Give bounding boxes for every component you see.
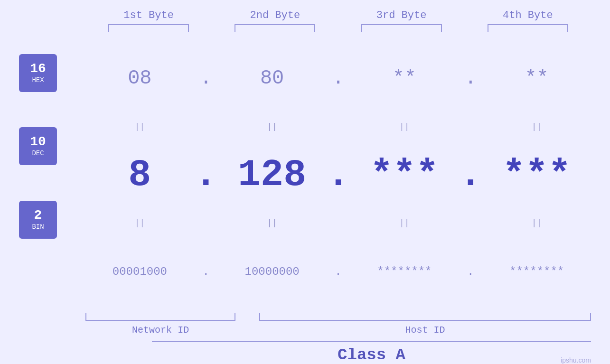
network-id-label: Network ID [85,325,235,336]
bottom-brackets [85,313,591,321]
bracket-cell-3 [338,24,465,32]
bin-badge: 2 BIN [19,201,57,239]
dec-b4: *** [482,153,591,196]
bottom-line [152,341,591,342]
byte3-header: 3rd Byte [338,9,465,21]
hex-row: 08 . 80 . ** . ** [85,37,591,120]
sep1-b2: || [218,122,327,131]
dec-b3: *** [350,153,459,196]
hex-b2: 80 [218,67,327,90]
bin-row: 00001000 . 10000000 . ******** . *******… [85,230,591,313]
bin-dot3: . [459,265,482,278]
bin-dot2: . [327,265,350,278]
bracket-cell-1 [85,24,212,32]
sep-row-1: || || || || [85,120,591,133]
dec-number: 10 [30,135,46,149]
hex-b1: 08 [85,67,194,90]
top-bracket-3 [361,24,442,32]
dec-badge: 10 DEC [19,127,57,165]
hex-b3: ** [350,67,459,90]
dec-label: DEC [32,149,44,157]
bin-dot1: . [194,265,218,278]
dec-dot2: . [327,153,350,196]
bracket-gap [235,313,259,321]
dec-dot3: . [459,153,482,196]
top-bracket-row [19,24,591,32]
watermark: ipshu.com [561,356,591,364]
byte1-header: 1st Byte [85,9,212,21]
sep1-b3: || [350,122,459,131]
byte-headers: 1st Byte 2nd Byte 3rd Byte 4th Byte [19,9,591,21]
bracket-cell-4 [465,24,591,32]
bin-number: 2 [34,209,42,222]
hex-label: HEX [32,76,44,84]
class-row: Class A ipshu.com [85,346,591,364]
sep2-b2: || [218,218,327,228]
id-gap [235,325,259,336]
sep-row-2: || || || || [85,216,591,230]
bottom-section: Network ID Host ID Class A ipshu.com [19,313,591,364]
rows-area: 08 . 80 . ** . ** || || || || 8 . [85,37,591,313]
sep1-b1: || [85,122,194,131]
bin-b4: ******** [482,265,591,278]
main-container: 1st Byte 2nd Byte 3rd Byte 4th Byte 16 H… [0,0,610,364]
network-bracket [85,313,235,321]
bin-label: BIN [32,223,44,231]
bottom-line-row [85,341,591,342]
bin-b1: 00001000 [85,265,194,278]
dec-b2: 128 [218,153,327,196]
dec-b1: 8 [85,153,194,196]
hex-b4: ** [482,67,591,90]
sep2-b1: || [85,218,194,228]
byte2-header: 2nd Byte [212,9,338,21]
bin-b3: ******** [350,265,459,278]
top-bracket-4 [488,24,568,32]
bin-b2: 10000000 [218,265,327,278]
dec-dot1: . [194,153,218,196]
hex-number: 16 [30,62,46,75]
id-labels: Network ID Host ID [85,325,591,336]
sep2-b3: || [350,218,459,228]
sep1-b4: || [482,122,591,131]
dec-row: 8 . 128 . *** . *** [85,133,591,217]
host-id-label: Host ID [259,325,591,336]
hex-dot1: . [194,67,218,90]
top-bracket-1 [108,24,189,32]
bracket-cell-2 [212,24,338,32]
hex-dot3: . [459,67,482,90]
sep2-b4: || [482,218,591,228]
hex-dot2: . [327,67,350,90]
base-labels: 16 HEX 10 DEC 2 BIN [19,37,85,313]
byte4-header: 4th Byte [465,9,591,21]
host-bracket [259,313,591,321]
top-bracket-2 [235,24,315,32]
content-area: 16 HEX 10 DEC 2 BIN 08 . 80 . ** . ** [19,37,591,313]
class-label: Class A [338,346,405,364]
hex-badge: 16 HEX [19,54,57,92]
